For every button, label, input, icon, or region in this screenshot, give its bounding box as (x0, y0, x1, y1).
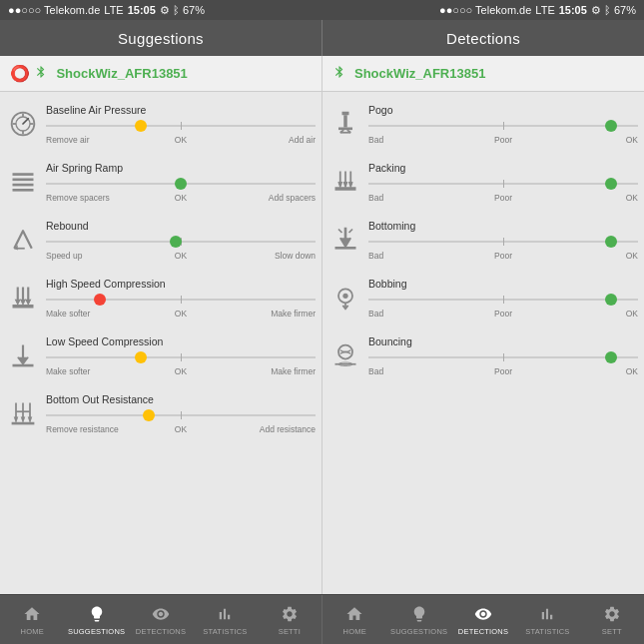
slider-icon-sug-0 (6, 107, 40, 141)
main-content: Baseline Air Pressure Remove air OK Add … (0, 92, 644, 594)
slider-dot-sug-3 (94, 294, 106, 306)
nav-item-statistics[interactable]: STATISTICS (515, 595, 579, 644)
nav-icon-home (23, 605, 41, 625)
slider-row-det-1: Packing Bad Poor OK (328, 154, 638, 210)
slider-row-sug-5: Bottom Out Resistance Remove resistance … (6, 385, 316, 441)
slider-dot-sug-4 (135, 351, 147, 363)
slider-content-sug-5: Bottom Out Resistance Remove resistance … (46, 393, 316, 434)
device-name-left: ShockWiz_AFR13851 (56, 66, 187, 81)
slider-dot-sug-2 (170, 236, 182, 248)
slider-label-sug-0: Baseline Air Pressure (46, 104, 316, 116)
slider-label-sug-5: Bottom Out Resistance (46, 393, 316, 405)
nav-label-detections: DETECTIONS (136, 627, 186, 636)
slider-track-sug-0 (46, 118, 316, 134)
svg-point-38 (342, 294, 347, 299)
slider-label-sug-3: High Speed Compression (46, 278, 316, 290)
slider-track-sug-5 (46, 407, 316, 423)
suggestions-panel: Baseline Air Pressure Remove air OK Add … (0, 92, 322, 594)
slider-icon-sug-1 (6, 165, 40, 199)
svg-rect-23 (342, 112, 349, 116)
svg-rect-9 (13, 184, 34, 187)
svg-line-6 (23, 119, 28, 124)
nav-icon-statistics (216, 605, 234, 625)
slider-content-sug-1: Air Spring Ramp Remove spacers OK Add sp… (46, 162, 316, 203)
slider-track-sug-4 (46, 349, 316, 365)
right-time: 15:05 (559, 4, 587, 16)
nav-right: HOME SUGGESTIONS DETECTIONS STATISTICS S… (322, 595, 644, 644)
slider-dot-det-2 (605, 236, 617, 248)
nav-icon-statistics (538, 605, 556, 625)
status-bar-right: ●●○○○ Telekom.de LTE 15:05 ⚙ ᛒ 67% (334, 4, 636, 17)
nav-item-suggestions[interactable]: SUGGESTIONS (64, 595, 128, 644)
slider-icon-det-2 (328, 223, 362, 257)
slider-row-det-2: Bottoming Bad Poor OK (328, 212, 638, 268)
slider-label-det-1: Packing (368, 162, 638, 174)
slider-track-sug-3 (46, 292, 316, 308)
right-network: LTE (535, 4, 554, 16)
slider-icon-sug-2 (6, 223, 40, 257)
slider-icon-sug-4 (6, 338, 40, 372)
slider-content-det-3: Bobbing Bad Poor OK (368, 278, 638, 319)
nav-icon-sett (603, 605, 621, 625)
nav-item-home[interactable]: HOME (0, 595, 64, 644)
slider-dot-det-0 (605, 120, 617, 132)
slider-row-sug-2: Rebound Speed up OK Slow down (6, 212, 316, 268)
nav-icon-setti (281, 605, 299, 625)
nav-item-detections[interactable]: DETECTIONS (451, 595, 515, 644)
detections-panel: Pogo Bad Poor OK (322, 92, 644, 594)
slider-content-sug-2: Rebound Speed up OK Slow down (46, 220, 316, 261)
header: Suggestions Detections (0, 20, 644, 56)
svg-rect-8 (13, 179, 34, 182)
slider-dot-sug-1 (175, 178, 187, 190)
svg-rect-24 (343, 115, 347, 127)
slider-track-det-2 (368, 234, 638, 250)
nav-label-sett: SETT (602, 627, 622, 636)
nav-label-home: HOME (343, 627, 366, 636)
nav-item-sett[interactable]: SETT (580, 595, 644, 644)
nav-icon-suggestions (88, 605, 106, 625)
left-carrier: ●●○○○ Telekom.de (8, 4, 100, 16)
slider-row-det-0: Pogo Bad Poor OK (328, 96, 638, 152)
svg-line-35 (338, 230, 342, 234)
slider-content-det-1: Packing Bad Poor OK (368, 162, 638, 203)
slider-dot-det-3 (605, 294, 617, 306)
left-status-icons: ⚙ ᛒ 67% (160, 4, 205, 17)
nav-item-home[interactable]: HOME (322, 595, 386, 644)
svg-rect-7 (13, 173, 34, 176)
device-right: ShockWiz_AFR13851 (322, 56, 644, 91)
slider-icon-sug-3 (6, 281, 40, 315)
slider-icon-det-3 (328, 281, 362, 315)
slider-content-sug-3: High Speed Compression Make softer OK Ma… (46, 278, 316, 319)
nav-label-statistics: STATISTICS (525, 627, 569, 636)
slider-label-det-0: Pogo (368, 104, 638, 116)
nav-icon-suggestions (410, 605, 428, 625)
nav-icon-home (345, 605, 363, 625)
nav-icon-detections (474, 605, 492, 625)
slider-content-det-4: Bouncing Bad Poor OK (368, 335, 638, 376)
nav-item-statistics[interactable]: STATISTICS (193, 595, 257, 644)
slider-label-sug-2: Rebound (46, 220, 316, 232)
slider-dot-sug-5 (143, 409, 155, 421)
nav-item-detections[interactable]: DETECTIONS (129, 595, 193, 644)
nav-label-statistics: STATISTICS (203, 627, 247, 636)
header-suggestions: Suggestions (0, 20, 322, 56)
nav-item-suggestions[interactable]: SUGGESTIONS (386, 595, 450, 644)
device-left: ⭕ ShockWiz_AFR13851 (0, 56, 322, 91)
right-carrier: ●●○○○ Telekom.de (439, 4, 531, 16)
svg-line-36 (349, 230, 353, 234)
slider-row-sug-4: Low Speed Compression Make softer OK Mak… (6, 327, 316, 383)
left-time: 15:05 (128, 4, 156, 16)
slider-row-det-4: Bouncing Bad Poor OK (328, 327, 638, 383)
slider-label-sug-1: Air Spring Ramp (46, 162, 316, 174)
slider-label-det-2: Bottoming (368, 220, 638, 232)
slider-content-det-0: Pogo Bad Poor OK (368, 104, 638, 145)
slider-icon-det-0 (328, 107, 362, 141)
slider-track-det-4 (368, 349, 638, 365)
slider-content-det-2: Bottoming Bad Poor OK (368, 220, 638, 261)
nav-item-setti[interactable]: SETTI (258, 595, 322, 644)
slider-row-sug-3: High Speed Compression Make softer OK Ma… (6, 270, 316, 325)
bluetooth-icon-left: ⭕ (10, 64, 48, 83)
slider-track-det-3 (368, 292, 638, 308)
header-detections: Detections (322, 20, 644, 56)
slider-row-sug-0: Baseline Air Pressure Remove air OK Add … (6, 96, 316, 152)
